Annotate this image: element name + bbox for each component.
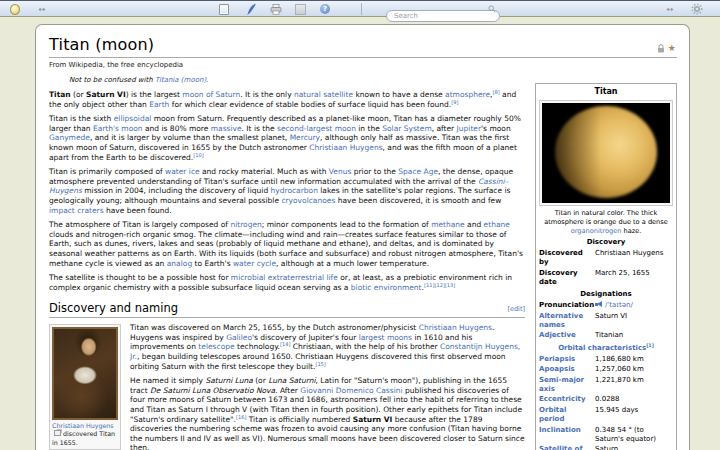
wiki-link[interactable]: Space Age bbox=[398, 167, 438, 176]
wiki-link[interactable]: hydrocarbon bbox=[271, 186, 318, 195]
wiki-link[interactable]: Christiaan Huygens bbox=[419, 323, 492, 332]
wiki-link[interactable]: Earth bbox=[149, 100, 169, 109]
wiki-link[interactable]: Titania (moon) bbox=[155, 76, 206, 84]
infobox-row-value: Saturn VI bbox=[591, 312, 673, 330]
wiki-link[interactable]: Jupiter bbox=[457, 124, 481, 133]
titan-image[interactable] bbox=[542, 103, 670, 203]
text-span: 0.348 54 ° (to Saturn's equator) bbox=[595, 426, 656, 443]
wiki-link[interactable]: Christiaan Huygens bbox=[309, 143, 382, 152]
text-span: Saturn bbox=[595, 445, 618, 450]
infobox-row-value: 0.0288 bbox=[591, 395, 673, 404]
wiki-link[interactable]: Ganymede bbox=[49, 133, 90, 142]
enlarge-icon[interactable] bbox=[54, 430, 61, 436]
wiki-link[interactable]: Christiaan Huygens bbox=[52, 422, 114, 429]
text-span: . After bbox=[275, 386, 300, 395]
help-icon[interactable]: ? bbox=[319, 2, 331, 16]
reference-link[interactable]: [13] bbox=[445, 281, 455, 287]
wiki-link[interactable]: organonitrogen bbox=[571, 227, 622, 235]
infobox-row: Orbital period15.945 days bbox=[539, 406, 673, 424]
image-icon[interactable] bbox=[295, 2, 306, 16]
reference-link[interactable]: [12] bbox=[434, 281, 444, 287]
text-span: known to have a dense bbox=[353, 90, 445, 99]
wiki-link[interactable]: Satellite of bbox=[539, 445, 582, 450]
search-input[interactable] bbox=[386, 10, 500, 22]
wiki-link[interactable]: Solar System bbox=[382, 124, 431, 133]
wiki-link[interactable]: methane bbox=[431, 220, 465, 229]
wiki-link[interactable]: impact craters bbox=[49, 206, 104, 215]
featured-article-star-icon[interactable]: ★ bbox=[668, 44, 676, 53]
wiki-link[interactable]: Mercury bbox=[290, 133, 320, 142]
wiki-link[interactable]: microbial extraterrestrial life bbox=[231, 273, 338, 282]
infobox-row-value: Titanian bbox=[591, 331, 673, 340]
reference-link[interactable]: [8] bbox=[492, 89, 499, 95]
move-handle-icon[interactable] bbox=[664, 2, 676, 16]
printer-icon[interactable] bbox=[269, 2, 282, 16]
wiki-link[interactable]: Periapsis bbox=[539, 355, 575, 363]
wiki-link[interactable]: ellipsoidal bbox=[114, 114, 152, 123]
wiki-link[interactable]: biotic environment bbox=[351, 283, 422, 292]
wiki-link[interactable]: Venus bbox=[329, 167, 352, 176]
wiki-link[interactable]: /ˈtaɪtən/ bbox=[605, 301, 633, 309]
search-box bbox=[386, 3, 500, 15]
wiki-link[interactable]: Apoapsis bbox=[539, 365, 575, 373]
text-span: mission in 2004, including the discovery… bbox=[82, 186, 271, 195]
wiki-link[interactable]: Eccentricity bbox=[539, 395, 585, 403]
wiki-link[interactable]: second-largest moon bbox=[277, 124, 356, 133]
wiki-link[interactable]: water ice bbox=[165, 167, 200, 176]
infobox-row-label: Inclination bbox=[539, 426, 591, 444]
wiki-link[interactable]: natural satellite bbox=[294, 90, 353, 99]
reference-link[interactable]: [15] bbox=[315, 360, 325, 366]
reference-link[interactable]: [9] bbox=[451, 98, 458, 104]
infobox-title: Titan bbox=[539, 87, 673, 97]
gear-icon[interactable] bbox=[690, 2, 704, 16]
reference-link[interactable]: [14] bbox=[280, 341, 290, 347]
reference-link[interactable]: [10] bbox=[193, 151, 203, 157]
text-span: He named it simply bbox=[130, 376, 205, 385]
wiki-link[interactable]: largest moons bbox=[359, 333, 412, 342]
infobox-row: AdjectiveTitanian bbox=[539, 331, 673, 340]
wiki-link[interactable]: Galileo bbox=[226, 333, 252, 342]
lightbulb-icon[interactable] bbox=[9, 2, 21, 16]
search-icon bbox=[488, 5, 496, 13]
wiki-link[interactable]: Adjective bbox=[539, 331, 576, 339]
wiki-link[interactable]: nitrogen bbox=[230, 220, 261, 229]
padlock-icon[interactable] bbox=[657, 44, 665, 53]
wiki-link[interactable]: massive bbox=[211, 124, 242, 133]
text-span: Titan was discovered on March 25, 1655, … bbox=[130, 323, 419, 332]
wiki-link[interactable]: telescope bbox=[198, 342, 234, 351]
wiki-link[interactable]: Orbital characteristics bbox=[558, 344, 646, 352]
text-span: discovered Titan in 1655. bbox=[52, 430, 115, 445]
reference-link[interactable]: [16] bbox=[236, 413, 246, 419]
title-status-icons: ★ bbox=[657, 44, 676, 53]
text-span: (or bbox=[71, 90, 86, 99]
wiki-link[interactable]: Earth's moon bbox=[93, 124, 143, 133]
wiki-link[interactable]: moon of Saturn bbox=[182, 90, 240, 99]
quill-svg bbox=[246, 3, 257, 15]
page-icon[interactable] bbox=[218, 2, 229, 16]
wiki-link[interactable]: cryovolcanoes bbox=[281, 196, 335, 205]
reference-link[interactable]: [1] bbox=[646, 342, 654, 347]
wiki-link[interactable]: Semi-major axis bbox=[539, 376, 584, 393]
wiki-link[interactable]: Inclination bbox=[539, 426, 581, 434]
wiki-link[interactable]: analog bbox=[167, 259, 192, 268]
text-span: to Earth's bbox=[192, 259, 233, 268]
move-handle-icon[interactable] bbox=[36, 2, 48, 16]
infobox-row: Discovery dateMarch 25, 1655 bbox=[539, 269, 673, 287]
reference-link[interactable]: [11] bbox=[424, 281, 434, 287]
text-span: Christiaan, with the help of his brother bbox=[290, 342, 440, 351]
infobox: Titan Titan in natural color. The thick … bbox=[535, 83, 677, 450]
huygens-portrait-image[interactable] bbox=[52, 327, 118, 420]
wiki-link[interactable]: Orbital period bbox=[539, 406, 566, 423]
infobox-row-label: Adjective bbox=[539, 331, 591, 340]
text-span: 1,221,870 km bbox=[595, 376, 644, 384]
speaker-icon[interactable] bbox=[595, 301, 603, 308]
text-span: 1,257,060 km bbox=[595, 365, 644, 373]
wiki-link[interactable]: water cycle bbox=[233, 259, 276, 268]
infobox-row-label: Pronunciation bbox=[539, 301, 591, 310]
wiki-link[interactable]: Giovanni Domenico Cassini bbox=[300, 386, 402, 395]
quill-icon[interactable] bbox=[245, 2, 257, 16]
wiki-link[interactable]: ethane bbox=[484, 220, 510, 229]
wiki-link[interactable]: Alternative names bbox=[539, 312, 583, 329]
infobox-row-label: Discovered by bbox=[539, 249, 591, 267]
edit-section-link[interactable]: [edit] bbox=[507, 305, 525, 313]
